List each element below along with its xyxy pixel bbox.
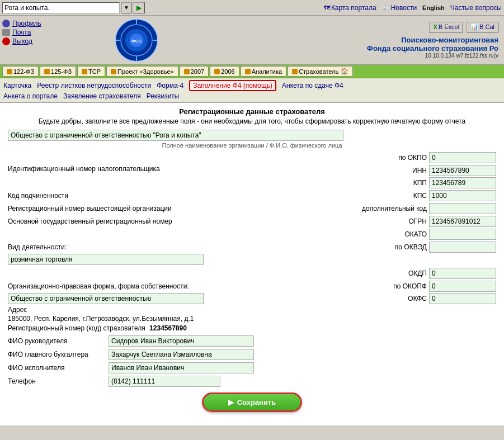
okopf-input[interactable] (429, 281, 496, 292)
reg-num-value: 1234567890 (149, 324, 187, 332)
mail-icon (2, 29, 10, 36)
subordination-label: Код подчиненности (8, 192, 413, 200)
menu-row1: Карточка Реестр листков нетрудоспособнос… (3, 80, 501, 91)
menu-form4[interactable]: Форма-4 (157, 82, 183, 89)
portal-title: Поисково-мониторинговая (401, 36, 498, 44)
kpp-input[interactable] (429, 177, 496, 188)
executor-row: ФИО исполнителя (8, 362, 496, 373)
user-nav: Профиль Почта Выход (2, 17, 103, 63)
okato-row: ОКАТО (8, 229, 496, 240)
exit-icon (2, 37, 10, 45)
lang-area: English (422, 4, 445, 11)
faq-link[interactable]: Частые вопросы (450, 4, 502, 12)
nav-tabs: 122-ФЗ 125-ФЗ ТСР Проект «Здоровье» 2007… (0, 65, 504, 78)
header-right: X В Excel 📊 В Cal Поисково-мониторингова… (170, 17, 502, 63)
header-area: Профиль Почта Выход ФСС (0, 16, 504, 65)
executor-input[interactable] (109, 362, 254, 373)
tab-122fz[interactable]: 122-ФЗ (2, 66, 39, 77)
org-form-input[interactable] (8, 293, 204, 304)
ogrn-label: ОГРН (408, 217, 427, 225)
okpo-input[interactable] (429, 152, 496, 163)
accountant-row: ФИО главного бухгалтера (8, 349, 496, 360)
menu-registry[interactable]: Реестр листков нетрудоспособности (37, 82, 151, 89)
kps-row: Код подчиненности КПС (8, 190, 496, 201)
news-link[interactable]: 📰 Новости (382, 4, 417, 12)
address-value: 185000, Респ. Карелия, г.Петрозаводск, у… (8, 315, 496, 323)
tab-2007[interactable]: 2007 (180, 66, 209, 77)
okfs-input[interactable] (429, 293, 496, 304)
menu-row2: Анкета о портале Заявление страхователя … (3, 92, 501, 100)
save-button[interactable]: ▶Сохранить (202, 392, 303, 412)
menu-form4-help-active[interactable]: Заполнение Ф4 (помощь) (189, 80, 276, 91)
menu-card[interactable]: Карточка (3, 82, 31, 89)
save-btn-arrow-icon: ▶ (228, 398, 234, 406)
address-label: Адрес (8, 306, 496, 314)
portal-map-link[interactable]: 🗺 Карта портала (324, 4, 376, 12)
excel-btn[interactable]: X В Excel (429, 22, 463, 32)
phone-label: Телефон (8, 377, 109, 385)
save-btn-area: ▶Сохранить (8, 392, 496, 421)
accountant-input[interactable] (109, 349, 254, 360)
reg-number-row: Регистрационный номер (код) страхователя… (8, 324, 496, 332)
org-form-row: Организационно-правовая форма, форма соб… (8, 281, 496, 304)
okato-label: ОКАТО (404, 230, 427, 238)
mail-link[interactable]: Почта (12, 29, 31, 36)
reg-parent-label: Регистрационный номер вышестоящей органи… (8, 205, 362, 212)
tab-2006[interactable]: 2006 (210, 66, 239, 77)
exit-link[interactable]: Выход (12, 37, 32, 45)
tab-analytics[interactable]: Аналитика (241, 66, 286, 77)
section-subtitle: Будьте добры, заполните все предложенные… (8, 117, 496, 125)
tab-insurer[interactable]: Страхователь 🏠 (288, 66, 353, 77)
search-input[interactable] (2, 2, 120, 13)
reg-num-label: Регистрационный номер (код) страхователя (8, 324, 145, 332)
okfs-label: ОКФС (408, 295, 427, 302)
okopf-label: по ОКОПФ (393, 282, 427, 290)
activity-input[interactable] (8, 254, 204, 265)
okvd-input[interactable] (429, 242, 496, 253)
kps-input[interactable] (429, 190, 496, 201)
okpo-row: по ОКПО (8, 152, 496, 163)
top-nav: 🗺 Карта портала 📰 Новости English Частые… (324, 4, 502, 12)
menu-requisites[interactable]: Реквизиты (147, 92, 180, 100)
ogrn-input[interactable] (429, 216, 496, 227)
dop-code-row: Регистрационный номер вышестоящей органи… (8, 203, 496, 214)
inn-input[interactable] (429, 165, 496, 176)
tab-tsr[interactable]: ТСР (77, 66, 105, 77)
menu-portal-survey[interactable]: Анкета о портале (3, 92, 58, 100)
server-info: 10.10.0.134 w7.fz122.fss.ru(v (425, 53, 498, 59)
menu-bar: Карточка Реестр листков нетрудоспособнос… (0, 78, 504, 103)
phone-input[interactable] (109, 376, 220, 387)
logo-area: ФСС (103, 17, 170, 63)
menu-declaration[interactable]: Заявление страхователя (63, 92, 141, 100)
director-input[interactable] (109, 335, 254, 347)
lang-english[interactable]: English (422, 4, 445, 11)
top-bar: ▼ ▶ 🗺 Карта портала 📰 Новости English Ча… (0, 0, 504, 16)
tab-health[interactable]: Проект «Здоровье» (106, 66, 178, 77)
svg-text:ФСС: ФСС (131, 39, 142, 44)
menu-questionnaire[interactable]: Анкета по сдаче Ф4 (282, 82, 343, 89)
okdp-row: ОКДП (8, 268, 496, 279)
main-content: Регистрационные данные страхователя Будь… (0, 103, 504, 425)
accountant-label: ФИО главного бухгалтера (8, 351, 109, 358)
activity-label: Вид деятельности: (8, 243, 395, 251)
okdp-input[interactable] (429, 268, 496, 279)
dop-code-input[interactable] (429, 203, 496, 214)
portal-subtitle: Фонда социального страхования Ро (367, 44, 498, 53)
tab-125fz[interactable]: 125-ФЗ (40, 66, 76, 77)
main-reg-label: Основной государственный регистрационный… (8, 217, 408, 225)
calc-btn[interactable]: 📊 В Cal (467, 22, 498, 32)
dop-code-label: дополнительный код (362, 205, 427, 212)
home-icon: 🏠 (341, 68, 348, 75)
org-name-label: Полное наименование организации / Ф.И.О.… (8, 142, 496, 149)
section-title: Регистрационные данные страхователя (8, 107, 496, 116)
okato-input[interactable] (429, 229, 496, 240)
kps-label: КПС (413, 192, 427, 200)
search-dropdown-btn[interactable]: ▼ (121, 2, 131, 13)
address-section: Адрес 185000, Респ. Карелия, г.Петрозаво… (8, 306, 496, 323)
org-name-input[interactable] (8, 130, 343, 141)
org-name-row (8, 130, 496, 141)
kpp-label: КПП (413, 179, 427, 187)
profile-link[interactable]: Профиль (12, 20, 41, 27)
excel-icon: X (433, 23, 437, 30)
search-go-btn[interactable]: ▶ (133, 2, 145, 13)
